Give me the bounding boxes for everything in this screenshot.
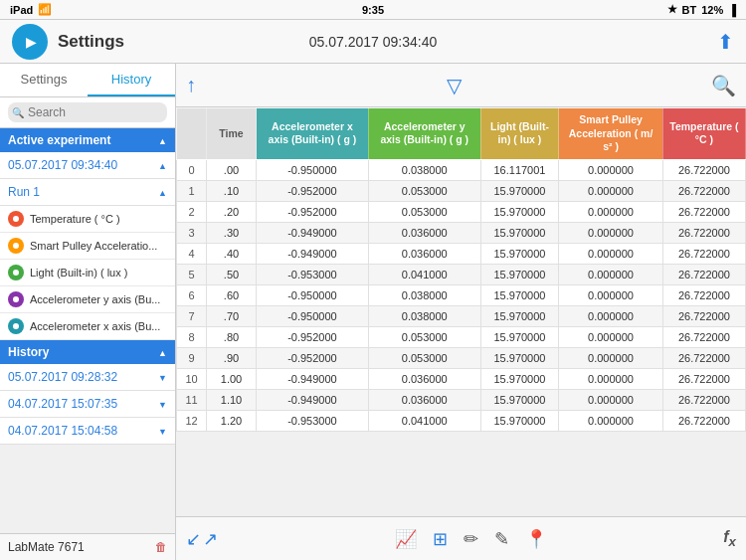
tab-history[interactable]: History	[88, 64, 175, 96]
sensor-temperature[interactable]: Temperature ( °C )	[0, 206, 175, 233]
draw-icon[interactable]: ✏	[464, 528, 478, 550]
bluetooth-label: BT	[682, 4, 697, 16]
run-item[interactable]: Run 1	[0, 179, 175, 206]
cell-accel-x: -0.949000	[257, 243, 369, 264]
sensor-accel-x[interactable]: Accelerometer x axis (Bu...	[0, 313, 175, 340]
corner-arrow-icon2: ↗	[203, 528, 218, 550]
col-header-accel-x: Accelerometer x axis (Built-in) ( g )	[257, 108, 369, 160]
fx-icon[interactable]: fx	[723, 528, 736, 549]
table-row: 10 1.00 -0.949000 0.036000 15.970000 0.0…	[177, 368, 746, 389]
play-button[interactable]	[12, 24, 48, 60]
history-arrow-1	[158, 372, 167, 383]
cell-accel-y: 0.038000	[368, 284, 480, 305]
cell-temperature: 26.722000	[662, 326, 745, 347]
table-row: 8 .80 -0.952000 0.053000 15.970000 0.000…	[177, 326, 746, 347]
history-date-2: 04.07.2017 15:07:35	[8, 397, 117, 411]
tab-settings[interactable]: Settings	[0, 64, 88, 96]
sensor-accel-y[interactable]: Accelerometer y axis (Bu...	[0, 286, 175, 313]
sidebar: Settings History Active experiment 05.07…	[0, 64, 176, 560]
cell-accel-x: -0.952000	[257, 201, 369, 222]
cell-temperature: 26.722000	[662, 410, 745, 431]
cell-light: 15.970000	[480, 389, 559, 410]
content-area: ↑ ▽ 🔍 Time Accelerometer x axis (Built-i…	[176, 64, 746, 560]
cell-smart-pulley: 0.000000	[559, 326, 663, 347]
cell-time: .20	[207, 201, 257, 222]
sensor-smart-pulley[interactable]: Smart Pulley Acceleratio...	[0, 233, 175, 260]
cell-smart-pulley: 0.000000	[559, 159, 663, 180]
cell-smart-pulley: 0.000000	[559, 243, 663, 264]
battery-icon: ▐	[728, 4, 736, 16]
history-item-1[interactable]: 05.07.2017 09:28:32	[0, 364, 175, 391]
history-section-label: History	[8, 345, 49, 359]
history-section[interactable]: History	[0, 340, 175, 364]
cell-accel-y: 0.036000	[368, 243, 480, 264]
device-label: LabMate 7671	[8, 540, 85, 554]
status-bar: iPad 📶 9:35 ★ BT 12% ▐	[0, 0, 746, 20]
sensor-dot-smart-pulley	[8, 238, 24, 254]
active-experiment-toggle-icon	[158, 133, 167, 147]
chart-icon[interactable]: 📈	[395, 528, 417, 550]
cell-time: .70	[207, 305, 257, 326]
history-item-2[interactable]: 04.07.2017 15:07:35	[0, 391, 175, 418]
cell-temperature: 26.722000	[662, 389, 745, 410]
active-experiment-section[interactable]: Active experiment	[0, 128, 175, 152]
table-row: 11 1.10 -0.949000 0.036000 15.970000 0.0…	[177, 389, 746, 410]
cell-accel-x: -0.953000	[257, 264, 369, 284]
cell-accel-y: 0.053000	[368, 347, 480, 368]
cell-smart-pulley: 0.000000	[559, 389, 663, 410]
delete-icon[interactable]: 🗑	[155, 540, 167, 554]
edit-icon[interactable]: ✎	[494, 528, 509, 550]
history-arrow-2	[158, 399, 167, 410]
sensor-light[interactable]: Light (Built-in) ( lux )	[0, 260, 175, 286]
grid-icon[interactable]: ⊞	[433, 528, 448, 550]
sidebar-bottom: LabMate 7671 🗑	[0, 533, 175, 560]
table-row: 12 1.20 -0.953000 0.041000 15.970000 0.0…	[177, 410, 746, 431]
history-item-3[interactable]: 04.07.2017 15:04:58	[0, 418, 175, 445]
experiment-date-item[interactable]: 05.07.2017 09:34:40	[0, 152, 175, 179]
table-row: 7 .70 -0.950000 0.038000 15.970000 0.000…	[177, 305, 746, 326]
sensor-smart-pulley-label: Smart Pulley Acceleratio...	[30, 240, 157, 252]
cell-temperature: 26.722000	[662, 284, 745, 305]
history-date-3: 04.07.2017 15:04:58	[8, 424, 117, 438]
cell-light: 15.970000	[480, 264, 559, 284]
cell-row-num: 12	[177, 410, 207, 431]
ipad-label: iPad	[10, 4, 33, 16]
cell-smart-pulley: 0.000000	[559, 180, 663, 201]
cell-time: .00	[207, 159, 257, 180]
filter-icon[interactable]: ▽	[447, 74, 462, 97]
cell-time: .50	[207, 264, 257, 284]
cell-row-num: 4	[177, 243, 207, 264]
cell-accel-x: -0.952000	[257, 347, 369, 368]
bottom-toolbar: ↙ ↗ 📈 ⊞ ✏ ✎ 📍 fx	[176, 516, 746, 560]
bottom-toolbar-center: 📈 ⊞ ✏ ✎ 📍	[395, 528, 547, 550]
cell-time: .90	[207, 347, 257, 368]
cell-accel-y: 0.053000	[368, 201, 480, 222]
cell-light: 15.970000	[480, 180, 559, 201]
cell-accel-y: 0.038000	[368, 159, 480, 180]
cell-row-num: 8	[177, 326, 207, 347]
share-icon[interactable]: ↑	[186, 74, 196, 96]
sidebar-search-input[interactable]	[8, 102, 167, 122]
sidebar-search-container	[0, 97, 175, 128]
sensor-dot-temperature	[8, 211, 24, 227]
cell-temperature: 26.722000	[662, 201, 745, 222]
table-row: 6 .60 -0.950000 0.038000 15.970000 0.000…	[177, 284, 746, 305]
cell-time: .60	[207, 284, 257, 305]
search-icon[interactable]: 🔍	[711, 74, 736, 97]
cell-accel-x: -0.950000	[257, 284, 369, 305]
sensor-temperature-label: Temperature ( °C )	[30, 213, 120, 225]
cell-row-num: 10	[177, 368, 207, 389]
header-right: ⬆	[717, 30, 734, 54]
table-row: 1 .10 -0.952000 0.053000 15.970000 0.000…	[177, 180, 746, 201]
data-table: Time Accelerometer x axis (Built-in) ( g…	[176, 107, 746, 432]
cell-accel-x: -0.949000	[257, 222, 369, 243]
corner-arrow-icon: ↙	[186, 528, 201, 550]
sensor-accel-y-label: Accelerometer y axis (Bu...	[30, 293, 160, 305]
cell-row-num: 2	[177, 201, 207, 222]
export-icon[interactable]: ⬆	[717, 30, 734, 54]
experiment-date-label: 05.07.2017 09:34:40	[8, 158, 117, 172]
pin-icon[interactable]: 📍	[525, 528, 547, 550]
status-left: iPad 📶	[10, 3, 52, 16]
cell-row-num: 3	[177, 222, 207, 243]
status-right: ★ BT 12% ▐	[667, 3, 737, 16]
